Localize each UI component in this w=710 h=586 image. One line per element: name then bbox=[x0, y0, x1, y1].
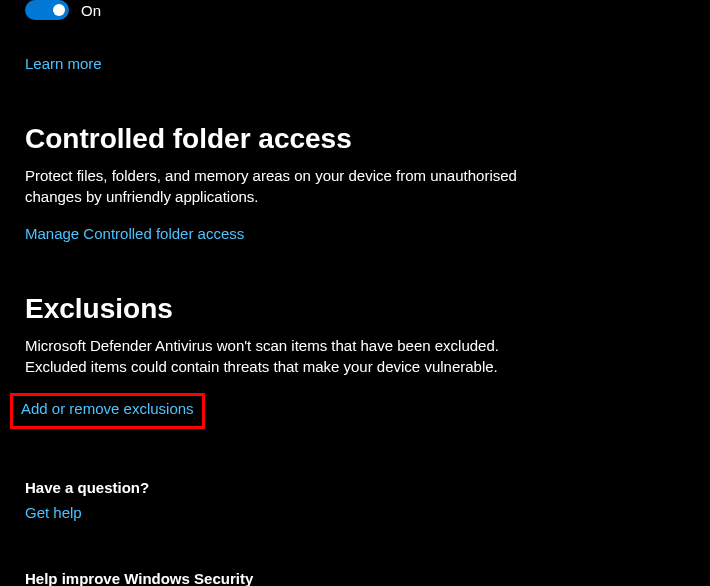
add-remove-exclusions-link[interactable]: Add or remove exclusions bbox=[21, 400, 194, 417]
question-section: Have a question? Get help bbox=[25, 479, 710, 522]
learn-more-link[interactable]: Learn more bbox=[25, 55, 102, 72]
controlled-folder-description: Protect files, folders, and memory areas… bbox=[25, 165, 555, 207]
controlled-folder-title: Controlled folder access bbox=[25, 123, 710, 155]
exclusions-section: Exclusions Microsoft Defender Antivirus … bbox=[25, 293, 710, 429]
highlight-annotation: Add or remove exclusions bbox=[10, 393, 205, 429]
toggle-row: On bbox=[25, 0, 710, 20]
controlled-folder-access-section: Controlled folder access Protect files, … bbox=[25, 123, 710, 243]
help-improve-title: Help improve Windows Security bbox=[25, 570, 710, 586]
realtime-protection-toggle[interactable] bbox=[25, 0, 69, 20]
toggle-state-label: On bbox=[81, 2, 101, 19]
manage-controlled-folder-link[interactable]: Manage Controlled folder access bbox=[25, 225, 244, 242]
toggle-knob bbox=[53, 4, 65, 16]
help-improve-section: Help improve Windows Security Give us fe… bbox=[25, 570, 710, 586]
exclusions-title: Exclusions bbox=[25, 293, 710, 325]
exclusions-description: Microsoft Defender Antivirus won't scan … bbox=[25, 335, 555, 377]
question-title: Have a question? bbox=[25, 479, 710, 496]
get-help-link[interactable]: Get help bbox=[25, 504, 82, 521]
